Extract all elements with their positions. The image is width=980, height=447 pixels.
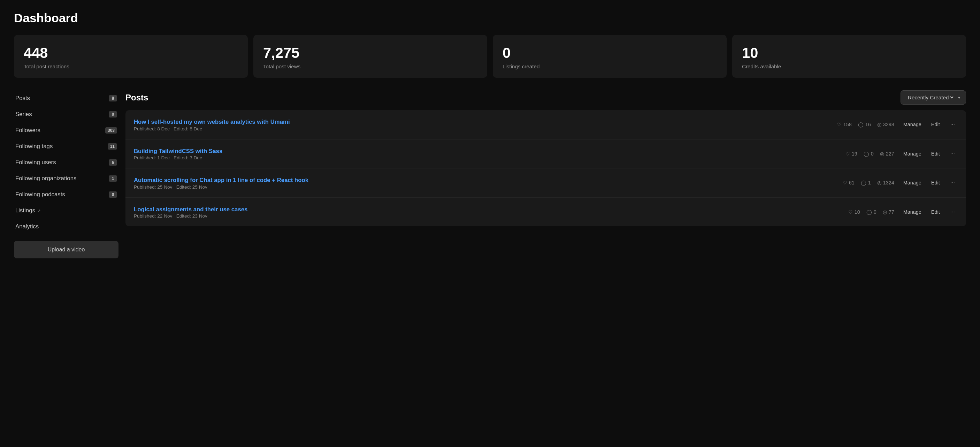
post-actions: Manage Edit ···	[901, 149, 958, 158]
sidebar-badge-series: 0	[109, 111, 117, 118]
stat-card-listings: 0 Listings created	[493, 35, 727, 78]
post-reactions-stat: ♡ 10	[848, 209, 860, 215]
eye-icon: ◎	[880, 151, 884, 156]
sidebar-badge-followers: 303	[105, 127, 117, 134]
sidebar-item-following-tags[interactable]: Following tags 11	[14, 139, 118, 155]
more-options-button[interactable]: ···	[948, 178, 958, 187]
post-views-count: 3298	[883, 122, 894, 127]
sidebar-item-following-organizations[interactable]: Following organizations 1	[14, 171, 118, 187]
post-info: Automatic scrolling for Chat app in 1 li…	[134, 176, 836, 190]
post-stats: ♡ 158 ◯ 16 ◎ 3298	[837, 122, 894, 127]
comment-icon: ◯	[866, 209, 872, 215]
sidebar-item-following-podcasts[interactable]: Following podcasts 0	[14, 187, 118, 203]
stat-card-credits: 10 Credits available	[732, 35, 966, 78]
heart-icon: ♡	[837, 122, 842, 127]
main-layout: Posts 8 Series 0 Followers 303 Following…	[14, 90, 966, 259]
post-title-link[interactable]: Logical assignments and their use cases	[134, 206, 247, 213]
post-title-link[interactable]: Building TailwindCSS with Sass	[134, 148, 222, 155]
post-info: Building TailwindCSS with Sass Published…	[134, 147, 838, 161]
sidebar-item-analytics[interactable]: Analytics	[14, 219, 118, 235]
table-row: Automatic scrolling for Chat app in 1 li…	[126, 168, 966, 198]
sidebar-item-following-users[interactable]: Following users 6	[14, 155, 118, 171]
post-info: Logical assignments and their use cases …	[134, 205, 841, 219]
edit-button[interactable]: Edit	[929, 120, 942, 129]
post-views-stat: ◎ 227	[880, 151, 894, 156]
eye-icon: ◎	[883, 209, 887, 215]
post-reactions-stat: ♡ 61	[843, 180, 854, 185]
post-views-stat: ◎ 3298	[877, 122, 894, 127]
sidebar-item-posts[interactable]: Posts 8	[14, 90, 118, 106]
edit-button[interactable]: Edit	[929, 150, 942, 158]
stat-number-listings: 0	[503, 45, 717, 61]
comment-icon: ◯	[858, 122, 864, 127]
post-views-count: 227	[886, 151, 894, 156]
post-list: How I self-hosted my own website analyti…	[126, 110, 966, 226]
post-info: How I self-hosted my own website analyti…	[134, 118, 830, 131]
eye-icon: ◎	[877, 122, 881, 127]
sidebar-item-label-following-tags: Following tags	[15, 143, 52, 150]
chevron-down-icon: ▾	[958, 95, 960, 100]
more-options-button[interactable]: ···	[948, 120, 958, 129]
post-views-stat: ◎ 77	[883, 209, 894, 215]
manage-button[interactable]: Manage	[901, 120, 924, 129]
sidebar-item-label-following-podcasts: Following podcasts	[15, 191, 65, 198]
sort-dropdown-wrapper[interactable]: Recently CreatedMost ReactionsMost Views…	[900, 90, 966, 105]
external-link-icon: ↗	[37, 208, 41, 213]
post-actions: Manage Edit ···	[901, 178, 958, 187]
sidebar-item-followers[interactable]: Followers 303	[14, 122, 118, 139]
stat-number-credits: 10	[742, 45, 956, 61]
content-area: Posts Recently CreatedMost ReactionsMost…	[126, 90, 966, 259]
post-meta: Published: 1 Dec Edited: 3 Dec	[134, 155, 838, 160]
sidebar-item-label-series: Series	[15, 111, 32, 118]
manage-button[interactable]: Manage	[901, 150, 924, 158]
sidebar-item-label-following-users: Following users	[15, 159, 56, 166]
stats-row: 448 Total post reactions 7,275 Total pos…	[14, 35, 966, 78]
post-title-link[interactable]: How I self-hosted my own website analyti…	[134, 118, 290, 125]
sidebar-item-series[interactable]: Series 0	[14, 106, 118, 122]
sidebar-item-label-posts: Posts	[15, 95, 30, 102]
post-reactions-count: 10	[854, 209, 860, 215]
page-title: Dashboard	[14, 11, 966, 25]
comment-icon: ◯	[861, 180, 866, 185]
edit-button[interactable]: Edit	[929, 179, 942, 187]
content-header: Posts Recently CreatedMost ReactionsMost…	[126, 90, 966, 105]
upload-video-button[interactable]: Upload a video	[14, 241, 118, 259]
more-options-button[interactable]: ···	[948, 208, 958, 217]
post-actions: Manage Edit ···	[901, 120, 958, 129]
post-meta: Published: 8 Dec Edited: 8 Dec	[134, 126, 830, 131]
post-reactions-count: 61	[849, 180, 854, 185]
sort-select[interactable]: Recently CreatedMost ReactionsMost Views	[907, 94, 955, 101]
post-reactions-stat: ♡ 158	[837, 122, 852, 127]
comment-icon: ◯	[864, 151, 869, 156]
edit-button[interactable]: Edit	[929, 208, 942, 216]
post-comments-count: 1	[868, 180, 871, 185]
stat-number-reactions: 448	[24, 45, 238, 61]
heart-icon: ♡	[843, 180, 847, 185]
stat-label-credits: Credits available	[742, 64, 956, 69]
sidebar-item-label-following-organizations: Following organizations	[15, 175, 76, 182]
post-comments-stat: ◯ 16	[858, 122, 871, 127]
post-comments-count: 0	[874, 209, 877, 215]
post-stats: ♡ 19 ◯ 0 ◎ 227	[845, 151, 894, 156]
stat-number-views: 7,275	[263, 45, 477, 61]
manage-button[interactable]: Manage	[901, 208, 924, 216]
sidebar-nav: Posts 8 Series 0 Followers 303 Following…	[14, 90, 118, 235]
table-row: Building TailwindCSS with Sass Published…	[126, 139, 966, 169]
stat-label-listings: Listings created	[503, 64, 717, 69]
post-title-link[interactable]: Automatic scrolling for Chat app in 1 li…	[134, 177, 309, 184]
post-stats: ♡ 61 ◯ 1 ◎ 1324	[843, 180, 894, 185]
stat-label-reactions: Total post reactions	[24, 64, 238, 69]
more-options-button[interactable]: ···	[948, 149, 958, 158]
post-comments-count: 16	[865, 122, 871, 127]
post-comments-stat: ◯ 0	[866, 209, 877, 215]
heart-icon: ♡	[848, 209, 853, 215]
manage-button[interactable]: Manage	[901, 179, 924, 187]
heart-icon: ♡	[845, 151, 850, 156]
post-comments-stat: ◯ 1	[861, 180, 871, 185]
post-views-count: 1324	[883, 180, 894, 185]
post-stats: ♡ 10 ◯ 0 ◎ 77	[848, 209, 894, 215]
table-row: How I self-hosted my own website analyti…	[126, 110, 966, 139]
sidebar-item-listings[interactable]: Listings ↗	[14, 203, 118, 219]
sidebar-badge-following-podcasts: 0	[109, 192, 117, 198]
content-section-title: Posts	[126, 93, 148, 102]
